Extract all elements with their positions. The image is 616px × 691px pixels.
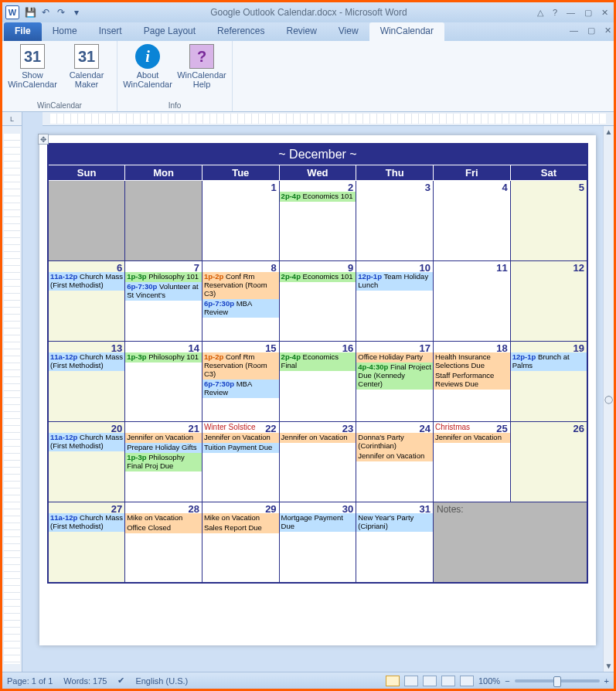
calendar-cell[interactable]: 21Jennifer on VacationPrepare Holiday Gi…: [125, 422, 202, 502]
calendar-event[interactable]: 2p-4p Economics 101: [280, 272, 356, 282]
calendar-cell[interactable]: 12: [510, 261, 587, 342]
undo-icon[interactable]: ↶: [39, 6, 52, 19]
calendar-event[interactable]: Mortgage Payment Due: [280, 513, 356, 532]
calendar-cell[interactable]: 17Office Holiday Party4p-4:30p Final Pro…: [356, 342, 434, 422]
calendar-event[interactable]: 6p-7:30p MBA Review: [202, 380, 279, 398]
about-button[interactable]: iAbout WinCalendar: [124, 44, 172, 89]
document-scroll[interactable]: ✥ ~ December ~ SunMonTueWedThuFriSat 122…: [22, 126, 603, 672]
view-print-button[interactable]: [386, 676, 400, 686]
proofing-icon[interactable]: ✔: [117, 676, 124, 686]
calendar-cell[interactable]: 81p-2p Conf Rm Reservation (Room C3)6p-7…: [202, 261, 279, 342]
calendar-cell[interactable]: [48, 181, 125, 261]
ruler-horizontal[interactable]: [43, 112, 614, 126]
maximize-icon[interactable]: ▢: [582, 8, 594, 18]
view-draft-button[interactable]: [460, 676, 474, 686]
calendar-cell[interactable]: 30Mortgage Payment Due: [279, 502, 356, 583]
calendar-cell[interactable]: 1: [202, 181, 279, 261]
calendar-event[interactable]: Office Closed: [125, 523, 202, 533]
calendar-table[interactable]: ~ December ~ SunMonTueWedThuFriSat 122p-…: [47, 143, 588, 584]
calendar-cell[interactable]: 141p-3p Philosophy 101: [125, 342, 202, 422]
calendar-cell[interactable]: 1311a-12p Church Mass (First Methodist): [48, 342, 125, 422]
calendar-cell[interactable]: 5: [510, 181, 587, 261]
calendar-event[interactable]: 1p-2p Conf Rm Reservation (Room C3): [202, 272, 279, 299]
calendar-event[interactable]: Tuition Payment Due: [202, 443, 279, 453]
object-browse-icon[interactable]: ◯: [604, 395, 613, 403]
zoom-slider[interactable]: [515, 679, 600, 682]
help-button[interactable]: ?WinCalendar Help: [178, 44, 226, 89]
calendar-cell[interactable]: [125, 181, 202, 261]
calendar-cell[interactable]: 92p-4p Economics 101: [279, 261, 356, 342]
ribbon-min-icon[interactable]: △: [535, 8, 546, 18]
calendar-event[interactable]: New Year's Party (Cipriani): [356, 513, 433, 532]
calendar-event[interactable]: 11a-12p Church Mass (First Methodist): [49, 433, 124, 451]
zoom-out-icon[interactable]: −: [505, 676, 509, 686]
show-wincalendar-button[interactable]: 31Show WinCalendar: [9, 44, 56, 89]
calendar-cell[interactable]: 26: [510, 422, 587, 502]
calendar-cell[interactable]: 29Mike on VacationSales Report Due: [202, 502, 279, 583]
calendar-cell[interactable]: 3: [356, 181, 434, 261]
calendar-event[interactable]: Sales Report Due: [202, 523, 279, 533]
calendar-event[interactable]: 1p-3p Philosophy Final Proj Due: [125, 453, 202, 471]
calendar-event[interactable]: Donna's Party (Corinthian): [356, 433, 433, 451]
ruler-vertical[interactable]: [2, 126, 22, 672]
calendar-event[interactable]: 1p-2p Conf Rm Reservation (Room C3): [202, 352, 279, 380]
calendar-event[interactable]: 11a-12p Church Mass (First Methodist): [49, 513, 124, 532]
scrollbar-vertical[interactable]: ▲◯▼: [603, 126, 614, 672]
redo-icon[interactable]: ↷: [55, 6, 67, 19]
calendar-event[interactable]: 2p-4p Economics Final: [280, 352, 356, 371]
save-icon[interactable]: 💾: [24, 6, 36, 19]
tab-home[interactable]: Home: [42, 22, 88, 41]
tab-insert[interactable]: Insert: [88, 22, 133, 41]
mdi-close-icon[interactable]: ✕: [602, 26, 614, 41]
view-outline-button[interactable]: [441, 676, 455, 686]
calendar-cell[interactable]: 611a-12p Church Mass (First Methodist): [48, 261, 125, 342]
calendar-cell[interactable]: 22Winter SolsticeJennifer on VacationTui…: [202, 422, 279, 502]
status-page[interactable]: Page: 1 of 1: [7, 676, 53, 686]
calendar-cell[interactable]: 2711a-12p Church Mass (First Methodist): [48, 502, 125, 583]
calendar-cell[interactable]: 23Jennifer on Vacation: [279, 422, 356, 502]
mdi-min-icon[interactable]: —: [567, 26, 580, 41]
calendar-event[interactable]: 6p-7:30p Volunteer at St Vincent's: [125, 282, 202, 301]
tab-review[interactable]: Review: [275, 22, 327, 41]
close-icon[interactable]: ✕: [599, 8, 611, 18]
calendar-cell[interactable]: 151p-2p Conf Rm Reservation (Room C3)6p-…: [202, 342, 279, 422]
calendar-cell[interactable]: 18Health Insurance Selections DueStaff P…: [434, 342, 511, 422]
calendar-event[interactable]: Prepare Holiday Gifts: [125, 443, 202, 453]
calendar-event[interactable]: 1p-3p Philosophy 101: [125, 272, 202, 282]
calendar-event[interactable]: 11a-12p Church Mass (First Methodist): [49, 272, 124, 291]
table-handle-icon[interactable]: ✥: [38, 134, 49, 145]
calendar-event[interactable]: Jennifer on Vacation: [356, 451, 433, 461]
status-language[interactable]: English (U.S.): [135, 676, 188, 686]
calendar-cell[interactable]: 31New Year's Party (Cipriani): [356, 502, 434, 583]
tab-references[interactable]: References: [206, 22, 275, 41]
calendar-event[interactable]: 2p-4p Economics 101: [280, 192, 356, 202]
calendar-cell[interactable]: 28Mike on VacationOffice Closed: [125, 502, 202, 583]
document-page[interactable]: ✥ ~ December ~ SunMonTueWedThuFriSat 122…: [39, 135, 596, 645]
calendar-cell[interactable]: 71p-3p Philosophy 1016p-7:30p Volunteer …: [125, 261, 202, 342]
calendar-cell[interactable]: 24Donna's Party (Corinthian)Jennifer on …: [356, 422, 434, 502]
tab-view[interactable]: View: [328, 22, 369, 41]
calendar-event[interactable]: 4p-4:30p Final Project Due (Kennedy Cent…: [356, 363, 433, 390]
view-read-button[interactable]: [404, 676, 418, 686]
tab-wincalendar[interactable]: WinCalendar: [369, 22, 444, 41]
calendar-cell[interactable]: 4: [434, 181, 511, 261]
mdi-max-icon[interactable]: ▢: [585, 26, 597, 41]
calendar-cell[interactable]: 162p-4p Economics Final: [279, 342, 356, 422]
zoom-in-icon[interactable]: +: [604, 676, 609, 686]
tab-page-layout[interactable]: Page Layout: [133, 22, 206, 41]
calendar-cell[interactable]: 1912p-1p Brunch at Palms: [510, 342, 587, 422]
calendar-cell[interactable]: 11: [434, 261, 511, 342]
calendar-event[interactable]: 11a-12p Church Mass (First Methodist): [49, 352, 124, 371]
minimize-icon[interactable]: —: [564, 8, 577, 18]
calendar-cell[interactable]: 22p-4p Economics 101: [279, 181, 356, 261]
calendar-event[interactable]: 6p-7:30p MBA Review: [202, 299, 279, 318]
calendar-cell[interactable]: 2011a-12p Church Mass (First Methodist): [48, 422, 125, 502]
calendar-event[interactable]: Staff Performance Reviews Due: [434, 371, 510, 390]
calendar-event[interactable]: 12p-1p Brunch at Palms: [511, 352, 587, 371]
tab-file[interactable]: File: [4, 22, 42, 41]
qat-more-icon[interactable]: ▾: [70, 6, 83, 19]
zoom-level[interactable]: 100%: [478, 676, 500, 686]
help-icon[interactable]: ?: [550, 8, 560, 18]
calendar-event[interactable]: 12p-1p Team Holiday Lunch: [356, 272, 433, 291]
calendar-event[interactable]: Health Insurance Selections Due: [434, 352, 510, 371]
